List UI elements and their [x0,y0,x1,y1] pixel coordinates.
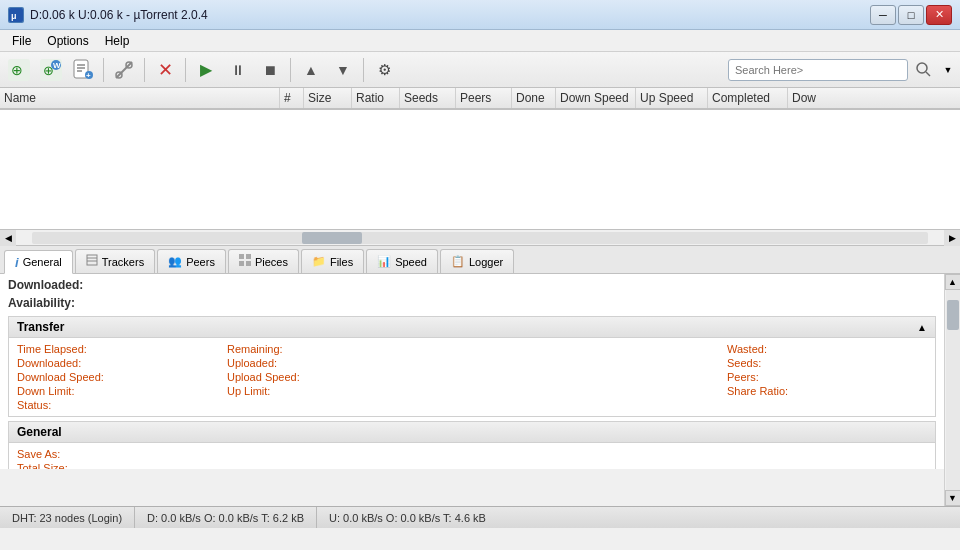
status-upload: U: 0.0 kB/s O: 0.0 kB/s T: 4.6 kB [317,507,498,528]
minimize-button[interactable]: ─ [870,5,896,25]
tab-speed[interactable]: 📊 Speed [366,249,438,273]
menu-file[interactable]: File [4,32,39,50]
col-completed[interactable]: Completed [708,88,788,108]
speed-icon: 📊 [377,255,391,268]
tab-trackers[interactable]: Trackers [75,249,155,273]
save-as-label: Save As: [17,448,60,460]
scroll-v-thumb[interactable] [947,300,959,330]
scroll-down-button[interactable]: ▼ [945,490,961,506]
scroll-track[interactable] [32,232,928,244]
detail-area: i General Trackers 👥 Peers [0,246,960,506]
scroll-thumb[interactable] [302,232,362,244]
tab-general[interactable]: i General [4,250,73,274]
down-limit-row: Down Limit: [17,384,217,398]
seeds-row: Seeds: [727,356,927,370]
transfer-col2: Remaining: Uploaded: Upload Speed: [227,342,717,412]
upload-speed-label: Upload Speed: [227,371,300,383]
upload-speed-row: Upload Speed: [227,370,717,384]
general-section: General Save As: Total Size: [8,421,936,469]
svg-text:+: + [86,71,91,80]
seeds-label: Seeds: [727,357,761,369]
col-seeds[interactable]: Seeds [400,88,456,108]
transfer-col1: Time Elapsed: Downloaded: Download Speed… [17,342,217,412]
separator-2 [144,58,145,82]
separator-3 [185,58,186,82]
peers-icon: 👥 [168,255,182,268]
separator-5 [363,58,364,82]
search-dropdown-button[interactable]: ▼ [940,58,956,82]
svg-rect-23 [246,254,251,259]
search-input[interactable] [728,59,908,81]
availability-label: Availability: [8,296,75,310]
menu-help[interactable]: Help [97,32,138,50]
tab-pieces[interactable]: Pieces [228,249,299,273]
move-up-button[interactable]: ▲ [296,56,326,84]
col-dow[interactable]: Dow [788,88,848,108]
search-button[interactable] [912,58,936,82]
svg-text:W: W [53,61,61,70]
col-name[interactable]: Name [0,88,280,108]
status-row: Status: [17,398,217,412]
torrent-list[interactable] [0,110,960,230]
tab-files[interactable]: 📁 Files [301,249,364,273]
main-container: File Options Help ⊕ ⊕ W [0,30,960,528]
down-limit-label: Down Limit: [17,385,74,397]
downloaded-label: Downloaded: [8,278,83,292]
files-icon: 📁 [312,255,326,268]
detail-summary-availability: Availability: [8,296,936,310]
general-body: Save As: Total Size: [9,443,935,469]
detail-content: Downloaded: Availability: Transfer ▲ [0,274,944,469]
stop-button[interactable]: ⏹ [255,56,285,84]
status-label: Status: [17,399,51,411]
col-down-speed[interactable]: Down Speed [556,88,636,108]
add-torrent-url-button[interactable]: ⊕ W [36,56,66,84]
share-ratio-row: Share Ratio: [727,384,927,398]
up-limit-row: Up Limit: [227,384,717,398]
share-ratio-label: Share Ratio: [727,385,788,397]
col-ratio[interactable]: Ratio [352,88,400,108]
status-download: D: 0.0 kB/s O: 0.0 kB/s T: 6.2 kB [135,507,317,528]
search-area: ▼ [728,58,956,82]
svg-rect-25 [246,261,251,266]
detail-summary-downloaded: Downloaded: [8,278,936,292]
pause-button[interactable]: ⏸ [223,56,253,84]
add-torrent-button[interactable]: ⊕ [4,56,34,84]
transfer-grid: Time Elapsed: Downloaded: Download Speed… [17,342,927,412]
scroll-up-button[interactable]: ▲ [945,274,961,290]
scroll-v-track[interactable] [946,290,960,490]
transfer-col3: Wasted: Seeds: Peers: [727,342,927,412]
peers-info-row: Peers: [727,370,927,384]
uploaded-row: Uploaded: [227,356,717,370]
horizontal-scrollbar[interactable]: ◀ ▶ [0,230,960,246]
detail-tabs: i General Trackers 👥 Peers [0,246,960,274]
col-up-speed[interactable]: Up Speed [636,88,708,108]
svg-point-17 [917,63,927,73]
collapse-transfer-icon[interactable]: ▲ [917,322,927,333]
col-done[interactable]: Done [512,88,556,108]
logger-icon: 📋 [451,255,465,268]
col-hash[interactable]: # [280,88,304,108]
col-size[interactable]: Size [304,88,352,108]
create-torrent-button[interactable]: + [68,56,98,84]
delete-button[interactable]: ✕ [150,56,180,84]
col-peers[interactable]: Peers [456,88,512,108]
move-down-button[interactable]: ▼ [328,56,358,84]
separator-1 [103,58,104,82]
scroll-left-button[interactable]: ◀ [0,230,16,246]
status-bar: DHT: 23 nodes (Login) D: 0.0 kB/s O: 0.0… [0,506,960,528]
connect-button[interactable] [109,56,139,84]
downloaded-row: Downloaded: [17,356,217,370]
preferences-button[interactable]: ⚙ [369,56,399,84]
title-bar-left: μ D:0.06 k U:0.06 k - µTorrent 2.0.4 [8,7,208,23]
maximize-button[interactable]: □ [898,5,924,25]
downloaded-t-label: Downloaded: [17,357,81,369]
remaining-label: Remaining: [227,343,283,355]
torrent-area: Name # Size Ratio Seeds Peers Done Down … [0,88,960,246]
tab-peers[interactable]: 👥 Peers [157,249,226,273]
tab-logger[interactable]: 📋 Logger [440,249,514,273]
menu-options[interactable]: Options [39,32,96,50]
start-button[interactable]: ▶ [191,56,221,84]
close-button[interactable]: ✕ [926,5,952,25]
peers-info-label: Peers: [727,371,759,383]
scroll-right-button[interactable]: ▶ [944,230,960,246]
